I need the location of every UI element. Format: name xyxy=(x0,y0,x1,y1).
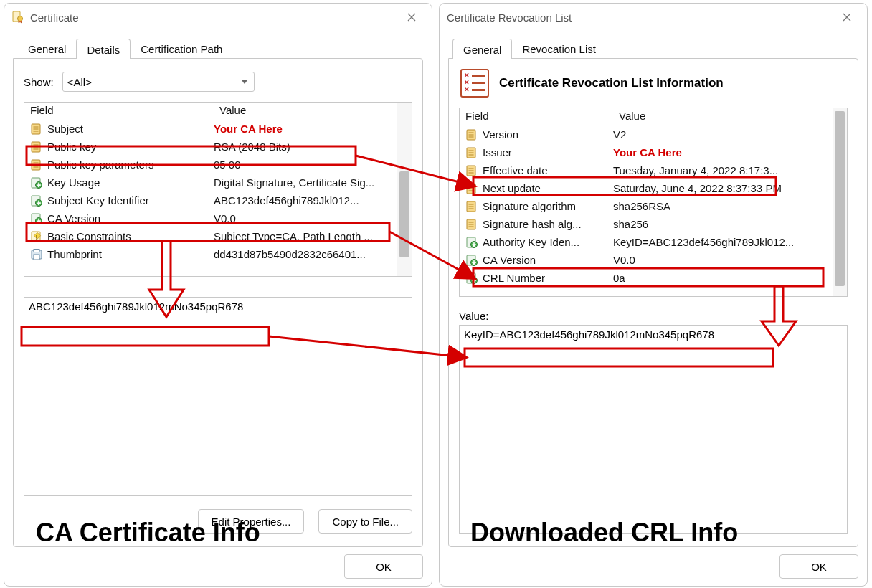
row-field: CRL Number xyxy=(483,272,613,284)
row-value: Your CA Here xyxy=(214,123,397,135)
row-value: Digital Signature, Certificate Sig... xyxy=(214,176,397,189)
row-value: KeyID=ABC123def456ghi789Jkl012... xyxy=(613,236,833,248)
table-row[interactable]: Thumbprintdd431d87b5490d2832c66401... xyxy=(24,245,397,263)
close-button[interactable] xyxy=(397,6,426,28)
row-value: ABC123def456ghi789Jkl012... xyxy=(214,194,397,207)
svg-point-1 xyxy=(18,16,23,22)
table-row[interactable]: IssuerYour CA Here xyxy=(460,143,833,161)
row-icon xyxy=(464,252,480,268)
table-row[interactable]: Next updateSaturday, June 4, 2022 8:37:3… xyxy=(460,179,833,197)
crl-fields-list[interactable]: Field Value VersionV2IssuerYour CA HereE… xyxy=(459,108,848,297)
show-filter-value: <All> xyxy=(67,76,92,88)
show-label: Show: xyxy=(24,76,54,88)
close-button[interactable] xyxy=(833,6,861,28)
tab-certification-path[interactable]: Certification Path xyxy=(130,38,233,58)
tab-revocation-list[interactable]: Revocation List xyxy=(511,38,607,58)
scrollbar-thumb[interactable] xyxy=(835,111,845,286)
header-field[interactable]: Field xyxy=(24,103,214,120)
list-scrollbar[interactable] xyxy=(397,103,412,276)
row-field: Public key xyxy=(47,141,214,153)
tab-content: ✕ ✕ ✕ Certificate Revocation List Inform… xyxy=(448,58,858,547)
table-row[interactable]: Authority Key Iden...KeyID=ABC123def456g… xyxy=(460,233,833,251)
row-icon xyxy=(464,234,480,250)
show-filter-select[interactable]: <All> xyxy=(62,72,255,92)
table-row[interactable]: Effective dateTuesday, January 4, 2022 8… xyxy=(460,161,833,179)
copy-to-file-button[interactable]: Copy to File... xyxy=(318,509,412,534)
row-field: Subject xyxy=(47,123,214,135)
caption-left: CA Certificate Info xyxy=(36,518,260,548)
row-icon xyxy=(29,211,44,227)
tab-strip: General Details Certification Path xyxy=(4,31,432,58)
row-value: 0a xyxy=(613,272,833,284)
row-field: Authority Key Iden... xyxy=(483,236,613,248)
row-icon xyxy=(464,181,480,196)
row-field: Key Usage xyxy=(47,176,214,189)
table-row[interactable]: Subject Key IdentifierABC123def456ghi789… xyxy=(24,191,397,209)
row-icon xyxy=(29,247,44,262)
row-icon xyxy=(464,145,480,161)
table-row[interactable]: Signature hash alg...sha256 xyxy=(460,215,833,233)
value-text: KeyID=ABC123def456ghi789Jkl012mNo345pqR6… xyxy=(464,328,714,341)
value-textbox[interactable]: KeyID=ABC123def456ghi789Jkl012mNo345pqR6… xyxy=(459,325,848,534)
tab-general[interactable]: General xyxy=(17,38,77,58)
value-textbox[interactable]: ABC123def456ghi789Jkl012mNo345pqR678 xyxy=(24,297,412,496)
list-scrollbar[interactable] xyxy=(833,108,847,296)
svg-rect-23 xyxy=(34,255,39,260)
row-icon xyxy=(29,175,44,191)
certificate-icon xyxy=(11,11,24,24)
row-field: Next update xyxy=(483,182,613,194)
table-row[interactable]: CRL Number0a xyxy=(460,269,833,287)
table-row[interactable]: Signature algorithmsha256RSA xyxy=(460,197,833,215)
row-field: Effective date xyxy=(483,164,613,176)
certificate-fields-list[interactable]: Field Value SubjectYour CA HerePublic ke… xyxy=(24,102,412,277)
show-filter-row: Show: <All> xyxy=(14,59,422,102)
crl-info-title: Certificate Revocation List Information xyxy=(499,76,724,90)
row-value: V0.0 xyxy=(613,254,833,266)
row-field: Signature algorithm xyxy=(483,200,613,212)
svg-rect-24 xyxy=(34,249,39,252)
row-icon: ! xyxy=(29,229,44,245)
ok-row: OK xyxy=(440,547,867,586)
row-value: RSA (2048 Bits) xyxy=(214,141,397,153)
tab-general[interactable]: General xyxy=(452,39,512,59)
crl-dialog: Certificate Revocation List General Revo… xyxy=(439,3,868,587)
scrollbar-thumb[interactable] xyxy=(399,171,409,257)
table-row[interactable]: CA VersionV0.0 xyxy=(24,209,397,227)
row-field: Basic Constraints xyxy=(47,230,214,242)
row-value: 05 00 xyxy=(214,158,397,171)
table-row[interactable]: !Basic ConstraintsSubject Type=CA, Path … xyxy=(24,227,397,245)
row-icon xyxy=(29,139,44,155)
table-row[interactable]: VersionV2 xyxy=(460,125,833,143)
row-field: Signature hash alg... xyxy=(483,218,613,230)
header-field[interactable]: Field xyxy=(460,108,613,125)
row-icon xyxy=(29,121,44,137)
table-row[interactable]: CA VersionV0.0 xyxy=(460,251,833,269)
row-field: CA Version xyxy=(47,212,214,224)
row-icon xyxy=(29,193,44,209)
tab-strip: General Revocation List xyxy=(440,31,867,58)
row-field: Issuer xyxy=(483,146,613,158)
row-value: Tuesday, January 4, 2022 8:17:3... xyxy=(613,164,833,176)
row-field: Public key parameters xyxy=(47,158,214,171)
row-field: Thumbprint xyxy=(47,248,214,260)
row-value: sha256RSA xyxy=(613,200,833,212)
table-row[interactable]: Public keyRSA (2048 Bits) xyxy=(24,138,397,156)
tab-details[interactable]: Details xyxy=(76,39,131,59)
header-value[interactable]: Value xyxy=(214,103,397,120)
header-value[interactable]: Value xyxy=(613,108,833,125)
titlebar: Certificate xyxy=(4,4,432,31)
dialog-title: Certificate xyxy=(30,11,79,24)
value-label: Value: xyxy=(459,310,848,322)
dialog-title: Certificate Revocation List xyxy=(447,11,572,24)
table-row[interactable]: SubjectYour CA Here xyxy=(24,120,397,138)
ok-row: OK xyxy=(4,547,432,586)
ok-button[interactable]: OK xyxy=(344,554,423,579)
table-row[interactable]: Public key parameters05 00 xyxy=(24,156,397,174)
row-value: Subject Type=CA, Path Length ... xyxy=(214,230,397,242)
ok-button[interactable]: OK xyxy=(779,554,858,579)
row-value: Saturday, June 4, 2022 8:37:33 PM xyxy=(613,182,833,194)
table-row[interactable]: Key UsageDigital Signature, Certificate … xyxy=(24,174,397,191)
row-icon xyxy=(464,199,480,214)
row-value: V0.0 xyxy=(214,212,397,224)
row-field: CA Version xyxy=(483,254,613,266)
